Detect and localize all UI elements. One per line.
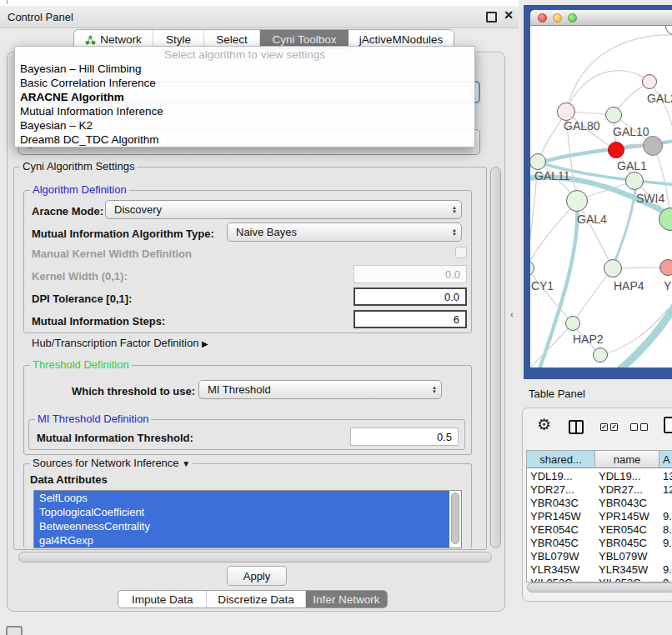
checked-box-icon: ✓ (610, 423, 618, 431)
table-cell[interactable]: YBR045C (595, 537, 659, 550)
table-cell[interactable]: YLR345W (595, 563, 659, 577)
column-header-name[interactable]: name (595, 451, 659, 468)
manual-kernel-checkbox[interactable] (455, 247, 467, 258)
table-cell[interactable]: YDL19... (527, 470, 595, 483)
kernel-width-field[interactable]: 0.0 (354, 265, 467, 283)
table-cell[interactable]: 12 (659, 483, 672, 497)
table-cell[interactable]: YBL079W (527, 550, 595, 563)
column-header-shared-name[interactable]: shared... (527, 451, 595, 468)
table-cell[interactable]: YLR345W (527, 563, 595, 577)
table-cell[interactable]: YBL079W (595, 550, 659, 563)
combo-stepper-icon: ▲▼ (452, 206, 457, 214)
hub-definition-disclosure[interactable]: Hub/Transcription Factor Definition ▶ (32, 337, 208, 349)
table-cell[interactable]: YDR27... (527, 483, 595, 497)
dropdown-item[interactable]: Mutual Information Inference (20, 105, 163, 119)
table-cell[interactable]: 9. (659, 563, 672, 577)
graph-node[interactable] (593, 348, 608, 362)
collapsed-panel-button[interactable] (6, 626, 23, 635)
table-cell[interactable]: YPR145W (595, 510, 659, 523)
dropdown-item[interactable]: Bayesian – Hill Climbing (20, 62, 142, 77)
mi-algorithm-type-combobox[interactable]: Naive Bayes ▲▼ (227, 222, 462, 242)
dropdown-item[interactable]: Basic Correlation Inference (20, 77, 156, 91)
table-cell[interactable]: 9. (659, 510, 672, 523)
table-horizontal-scrollbar[interactable] (527, 582, 672, 592)
kernel-width-value: 0.0 (445, 268, 460, 281)
hide-columns-icon[interactable] (630, 423, 648, 431)
mi-threshold-field[interactable]: 0.5 (350, 428, 459, 446)
table-cell[interactable]: 8. (659, 523, 672, 537)
table-cell[interactable]: YIL052C (595, 577, 659, 582)
table-cell[interactable]: YBR043C (527, 497, 595, 510)
mi-steps-value: 6 (454, 313, 459, 326)
node-label: GAL4 (577, 212, 607, 226)
close-icon[interactable]: ✕ (504, 8, 514, 22)
gear-icon[interactable]: ⚙ (537, 417, 551, 432)
dropdown-item[interactable]: Dream8 DC_TDC Algorithm (20, 133, 159, 148)
graph-node-gal4[interactable] (566, 190, 588, 212)
table-cell[interactable]: YIL052C (527, 577, 595, 582)
settings-horizontal-scrollbar[interactable] (18, 552, 492, 562)
float-window-icon[interactable] (486, 12, 497, 22)
sources-disclosure[interactable]: Sources for Network Inference ▼ (30, 458, 193, 470)
tab-impute-data[interactable]: Impute Data (118, 591, 207, 608)
aracne-mode-combobox[interactable]: Discovery ▲▼ (105, 200, 462, 219)
graph-node-gal2[interactable] (642, 74, 657, 89)
table-cell[interactable] (659, 497, 672, 510)
minimize-traffic-light-icon[interactable] (553, 13, 562, 22)
document-icon[interactable] (664, 417, 672, 433)
combo-stepper-icon: ▲▼ (432, 386, 437, 394)
node-label: GCY1 (530, 279, 554, 292)
apply-button[interactable]: Apply (227, 566, 287, 586)
checked-box-icon: ✓ (600, 423, 608, 431)
dpi-tolerance-label: DPI Tolerance [0,1]: (32, 292, 132, 305)
graph-node-swi4[interactable] (625, 172, 644, 190)
dpi-tolerance-field[interactable]: 0.0 (354, 288, 467, 306)
split-columns-icon[interactable] (569, 420, 584, 434)
table-cell[interactable]: YER054C (595, 523, 659, 537)
tab-discretize-data[interactable]: Discretize Data (207, 591, 305, 608)
column-header-partial[interactable]: A (659, 451, 672, 468)
attribute-item[interactable]: SelfLoops (34, 491, 449, 505)
table-cell[interactable]: 9. (659, 537, 672, 550)
table-cell[interactable]: YPR145W (527, 510, 595, 523)
graph-node[interactable] (643, 136, 663, 156)
graph-node-gal80[interactable] (557, 102, 575, 121)
table-cell[interactable]: 13 (659, 470, 672, 483)
control-panel-titlebar: Control Panel ✕ (0, 6, 519, 28)
network-window-titlebar[interactable] (530, 10, 672, 26)
mi-steps-field[interactable]: 6 (354, 310, 467, 328)
graph-node-hap2[interactable] (565, 316, 580, 331)
show-columns-icon[interactable]: ✓ ✓ (600, 423, 618, 431)
table-cell[interactable] (659, 550, 672, 563)
graph-node-hap4[interactable] (604, 259, 622, 278)
attribute-item[interactable]: gal4RGexp (34, 533, 449, 548)
table-cell[interactable]: 9. (659, 577, 672, 582)
table-cell[interactable]: YDL19... (595, 470, 659, 483)
which-threshold-value: MI Threshold (208, 383, 271, 396)
graph-node-y[interactable] (659, 259, 672, 276)
list-scrollbar[interactable] (451, 492, 459, 544)
close-traffic-light-icon[interactable] (538, 13, 547, 22)
node-label: GAL11 (534, 169, 570, 182)
splitpane-collapse-icon[interactable]: ‹ (510, 309, 514, 319)
dropdown-item-selected[interactable]: ARACNE Algorithm (20, 91, 124, 105)
node-label: GAL10 (613, 125, 649, 138)
mi-steps-label: Mutual Information Steps: (32, 315, 165, 328)
tab-infer-network[interactable]: Infer Network (306, 591, 387, 608)
table-cell[interactable]: YER054C (527, 523, 595, 537)
dropdown-item[interactable]: Bayesian – K2 (20, 119, 93, 133)
tab-cyni-toolbox-label: Cyni Toolbox (272, 33, 336, 46)
node-label: GAL80 (564, 119, 600, 132)
which-threshold-combobox[interactable]: MI Threshold ▲▼ (198, 380, 442, 399)
graph-node-gal10[interactable] (605, 107, 622, 123)
table-cell[interactable]: YDR27... (595, 483, 659, 497)
table-cell[interactable]: YBR043C (595, 497, 659, 510)
zoom-traffic-light-icon[interactable] (568, 13, 577, 22)
settings-vertical-scrollbar[interactable] (490, 167, 501, 548)
graph-node-gal11[interactable] (530, 153, 546, 170)
network-canvas[interactable]: GAL2 GAL80 GAL10 GAL1 GAL11 SWI4 GAL4 GC… (530, 26, 672, 368)
graph-node-gal1[interactable] (608, 142, 624, 158)
table-cell[interactable]: YBR045C (527, 537, 595, 550)
attribute-item[interactable]: BetweennessCentrality (34, 519, 449, 533)
attribute-item[interactable]: TopologicalCoefficient (34, 505, 449, 519)
